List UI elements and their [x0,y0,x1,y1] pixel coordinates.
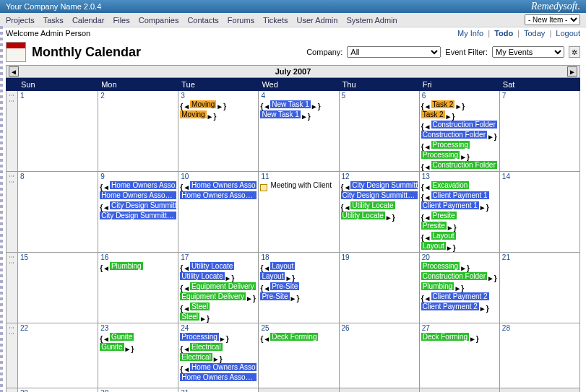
day-number[interactable]: 12 [340,172,352,181]
day-number[interactable]: 27 [420,323,432,333]
day-number[interactable]: 31 [178,388,191,392]
week-handle[interactable]: ⋮⋮ [7,388,18,393]
event-item[interactable]: New Task 1 [270,100,311,108]
day-number[interactable]: 28 [500,323,512,333]
menu-companies[interactable]: Companies [139,16,179,25]
event-item[interactable]: Excavation [431,181,470,189]
day-cell[interactable]: 23{◄GuniteGunite►} [98,323,178,388]
event-item[interactable]: Construction Folder [431,121,497,129]
event-item[interactable]: Deck Forming [421,333,469,341]
event-item[interactable]: Utility Locate [350,201,395,209]
event-item[interactable]: Construction Folder [421,272,487,280]
day-cell[interactable]: 20Processing►}Construction Folder►}Plumb… [419,253,499,323]
day-number[interactable]: 18 [259,253,271,262]
day-cell[interactable]: 14 [499,172,579,253]
event-item[interactable]: Home Owners Associat... [100,191,176,199]
day-cell[interactable] [499,388,579,393]
event-item[interactable]: Task 2 [431,100,455,108]
event-item[interactable]: Construction Folder [421,131,487,139]
day-number[interactable]: 26 [340,323,352,333]
day-cell[interactable]: 13{◄Excavation{◄Client Payment 1Client P… [419,172,499,253]
event-item[interactable]: Processing [180,333,218,341]
day-number[interactable]: 24 [178,323,191,333]
gear-icon[interactable]: ✲ [569,46,580,58]
event-item[interactable]: Utility Locate [341,212,385,219]
event-item[interactable]: Layout [270,262,295,270]
day-cell[interactable]: 21 [499,253,579,323]
day-cell[interactable]: 11Meeting with Client [259,172,339,253]
day-number[interactable]: 25 [259,323,271,333]
menu-calendar[interactable]: Calendar [72,16,105,25]
day-number[interactable]: 21 [500,253,512,262]
day-cell[interactable]: 1 [18,91,98,172]
day-cell[interactable]: 22 [18,323,98,388]
menu-tasks[interactable]: Tasks [43,16,64,25]
day-cell[interactable]: 16{◄Plumbing [98,253,178,323]
day-cell[interactable]: 31 [178,388,259,393]
day-number[interactable]: 29 [18,388,30,392]
link-logout[interactable]: Logout [556,29,580,38]
day-number[interactable]: 19 [340,253,352,262]
event-item[interactable]: Pre-Site [260,292,289,300]
day-cell[interactable]: 24Processing►}{◄ElectricalElectrical►}{◄… [178,323,259,388]
event-item[interactable]: Client Payment 2 [421,302,479,310]
day-cell[interactable]: 17{◄Utility LocateUtility Locate►}{◄Equi… [178,253,259,323]
day-number[interactable]: 10 [178,172,191,181]
day-cell[interactable]: 8 [18,172,98,253]
week-handle[interactable]: ⋮⋮ [7,323,18,388]
menu-tickets[interactable]: Tickets [263,16,288,25]
day-number[interactable]: 15 [18,253,30,262]
event-item[interactable]: Gunite [100,343,124,351]
event-item[interactable]: Deck Forming [270,333,318,341]
event-item[interactable]: Utility Locate [190,262,234,270]
event-item[interactable]: Client Payment 2 [431,292,489,300]
day-cell[interactable]: 15 [18,253,98,323]
link-today[interactable]: Today [524,29,545,38]
day-cell[interactable]: 28 [499,323,579,388]
day-number[interactable]: 30 [98,388,111,392]
day-number[interactable]: 3 [178,91,187,100]
link-my-info[interactable]: My Info [457,29,483,38]
day-cell[interactable]: 26 [339,323,419,388]
event-item[interactable]: Pre-Site [270,282,299,290]
day-number[interactable]: 11 [259,172,271,181]
menu-files[interactable]: Files [113,16,130,25]
event-item[interactable]: Construction Folder [431,161,497,169]
week-handle[interactable]: ⋮⋮ [7,253,18,323]
event-item[interactable]: City Design Summitta... [110,201,176,209]
day-number[interactable]: 16 [98,253,111,262]
day-cell[interactable]: 30{◄Drainage [98,388,178,393]
event-item[interactable]: Utility Locate [180,272,224,280]
day-cell[interactable] [259,388,339,393]
event-item[interactable]: Presite [421,222,447,230]
day-cell[interactable]: 25{◄Deck Forming [259,323,339,388]
day-number[interactable]: 23 [98,323,111,333]
menu-contacts[interactable]: Contacts [187,16,218,25]
day-cell[interactable]: 18{◄LayoutLayout►}{◄Pre-SitePre-Site►} [259,253,339,323]
day-cell[interactable]: 29 [18,388,98,393]
day-cell[interactable]: 27Deck Forming►} [419,323,499,388]
event-item[interactable]: Processing [421,151,460,159]
menu-system-admin[interactable]: System Admin [346,16,397,25]
event-item[interactable]: Client Payment 1 [421,201,479,209]
day-cell[interactable]: 9{◄Home Owners Associati...Home Owners A… [98,172,178,253]
event-item[interactable]: Meeting with Client [269,181,332,189]
day-cell[interactable]: 19 [339,253,419,323]
event-item[interactable]: Home Owners Associat... [180,191,257,199]
day-number[interactable]: 5 [340,91,348,100]
event-item[interactable]: Home Owners Associat... [190,363,257,371]
day-number[interactable]: 17 [178,253,191,262]
link-todo[interactable]: Todo [494,29,513,38]
event-item[interactable]: City Design Summitta... [341,191,418,199]
event-item[interactable]: Electrical [190,343,223,351]
event-item[interactable]: Equipment Delivery [180,292,246,300]
day-cell[interactable] [339,388,419,393]
event-item[interactable]: Processing [421,262,460,270]
day-cell[interactable]: 2 [98,91,178,172]
event-item[interactable]: City Design Summitta... [350,181,417,189]
day-cell[interactable]: 10{◄Home Owners Associat...Home Owners A… [178,172,259,253]
day-cell[interactable]: 3{◄Moving►}Moving►} [178,91,259,172]
day-number[interactable]: 8 [18,172,27,181]
event-item[interactable]: Steel [190,302,210,310]
menu-forums[interactable]: Forums [228,16,254,25]
